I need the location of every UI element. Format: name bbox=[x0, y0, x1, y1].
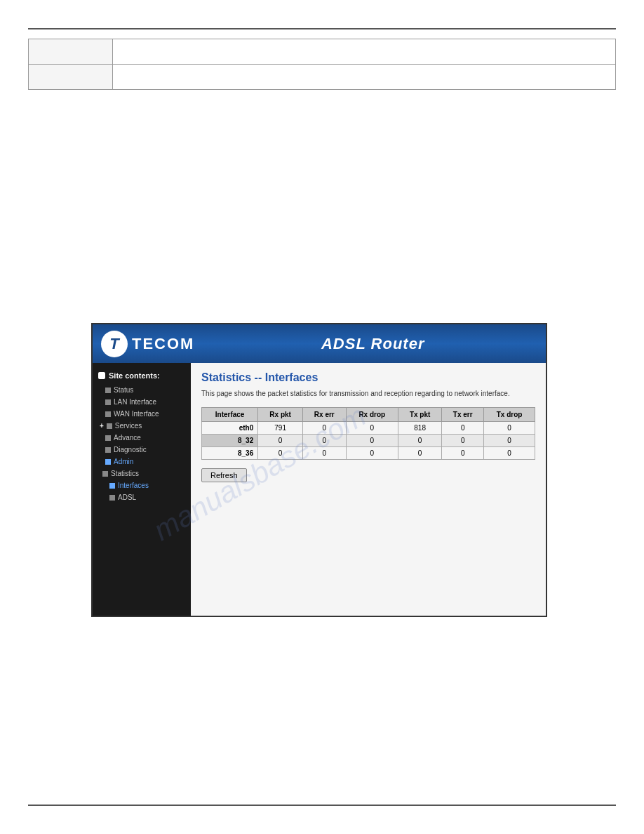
sidebar-item-wan-interface[interactable]: WAN Interface bbox=[93, 408, 191, 420]
sidebar-item-interfaces[interactable]: Interfaces bbox=[93, 479, 191, 491]
admin-icon bbox=[105, 459, 111, 465]
sidebar-title: Site contents: bbox=[93, 369, 191, 384]
table-row: eth07910081800 bbox=[202, 422, 535, 435]
advance-icon bbox=[105, 435, 111, 441]
sidebar-item-diagnostic[interactable]: Diagnostic bbox=[93, 444, 191, 456]
statistics-folder-icon bbox=[102, 471, 108, 477]
col-tx-drop: Tx drop bbox=[484, 408, 535, 422]
services-folder-icon bbox=[107, 423, 112, 429]
refresh-button[interactable]: Refresh bbox=[201, 468, 247, 482]
router-body: Site contents: Status LAN Interface WAN … bbox=[93, 363, 546, 616]
col-rx-drop: Rx drop bbox=[346, 408, 398, 422]
sidebar-item-advance-label: Advance bbox=[114, 434, 141, 442]
wan-interface-icon bbox=[105, 411, 111, 417]
sidebar-item-admin-label: Admin bbox=[114, 458, 133, 465]
sidebar-item-services-label: Services bbox=[115, 422, 142, 430]
sidebar-item-admin[interactable]: Admin bbox=[93, 456, 191, 468]
header-table bbox=[28, 39, 616, 90]
router-ui: T TECOM ADSL Router Site contents: Statu… bbox=[91, 323, 547, 617]
tecom-logo: T TECOM bbox=[101, 331, 194, 357]
header-label-2 bbox=[29, 65, 113, 90]
header-table-area bbox=[28, 39, 616, 90]
main-content: T TECOM ADSL Router Site contents: Statu… bbox=[91, 323, 574, 617]
col-tx-pkt: Tx pkt bbox=[398, 408, 442, 422]
col-tx-err: Tx err bbox=[442, 408, 484, 422]
sidebar-item-adsl[interactable]: ADSL bbox=[93, 491, 191, 503]
services-expand-icon: + bbox=[100, 422, 104, 430]
header-value-2 bbox=[113, 65, 616, 90]
col-interface: Interface bbox=[202, 408, 258, 422]
col-rx-err: Rx err bbox=[303, 408, 346, 422]
sidebar-title-icon bbox=[98, 372, 105, 379]
page-description: This page shows the packet statistics fo… bbox=[201, 390, 535, 397]
adsl-icon bbox=[109, 495, 115, 501]
tecom-brand-text: TECOM bbox=[132, 335, 194, 353]
sidebar-item-adsl-label: ADSL bbox=[118, 494, 136, 501]
header-label-1 bbox=[29, 39, 113, 65]
diagnostic-icon bbox=[105, 447, 111, 453]
top-rule bbox=[28, 28, 616, 29]
sidebar-item-statistics-label: Statistics bbox=[111, 470, 139, 477]
sidebar-item-wan-label: WAN Interface bbox=[114, 410, 159, 418]
sidebar-item-lan-interface[interactable]: LAN Interface bbox=[93, 396, 191, 408]
header-value-1 bbox=[113, 39, 616, 65]
sidebar-item-diagnostic-label: Diagnostic bbox=[114, 446, 147, 454]
page-title: Statistics -- Interfaces bbox=[201, 371, 535, 384]
lan-interface-icon bbox=[105, 399, 111, 405]
bottom-rule bbox=[28, 805, 616, 806]
sidebar-item-status[interactable]: Status bbox=[93, 384, 191, 396]
sidebar-item-statistics-group[interactable]: Statistics bbox=[93, 468, 191, 479]
table-row: 8_32000000 bbox=[202, 435, 535, 447]
sidebar-item-status-label: Status bbox=[114, 386, 133, 394]
sidebar-item-interfaces-label: Interfaces bbox=[118, 482, 149, 489]
router-header: T TECOM ADSL Router bbox=[93, 324, 546, 363]
status-icon bbox=[105, 388, 111, 393]
tecom-t-icon: T bbox=[109, 335, 119, 353]
router-title: ADSL Router bbox=[208, 335, 537, 353]
sidebar-item-lan-label: LAN Interface bbox=[114, 398, 156, 406]
sidebar-title-text: Site contents: bbox=[109, 371, 160, 380]
table-row: 8_36000000 bbox=[202, 447, 535, 460]
main-panel: Statistics -- Interfaces This page shows… bbox=[191, 363, 546, 616]
sidebar: Site contents: Status LAN Interface WAN … bbox=[93, 363, 191, 616]
col-rx-pkt: Rx pkt bbox=[258, 408, 303, 422]
sidebar-item-services[interactable]: + Services bbox=[93, 420, 191, 432]
statistics-table: Interface Rx pkt Rx err Rx drop Tx pkt T… bbox=[201, 407, 535, 460]
sidebar-item-advance[interactable]: Advance bbox=[93, 432, 191, 444]
tecom-circle-icon: T bbox=[101, 331, 128, 357]
interfaces-icon bbox=[109, 483, 115, 489]
